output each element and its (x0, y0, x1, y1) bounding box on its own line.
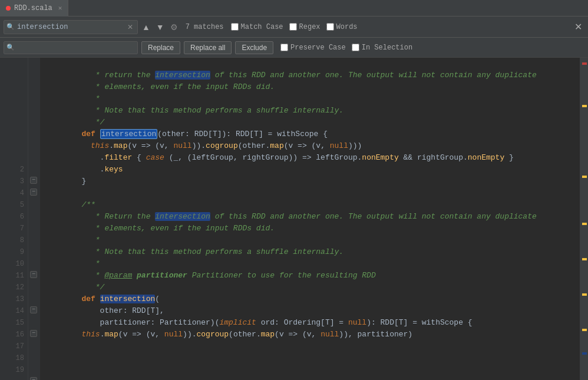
preserve-case-checkbox[interactable] (280, 44, 288, 51)
match-case-checkbox[interactable] (231, 23, 239, 31)
fold-icon-6[interactable]: − (30, 376, 37, 380)
code-line: */ (45, 105, 580, 117)
code-line: * (45, 246, 580, 258)
fold-icon-4[interactable]: − (30, 305, 37, 314)
search-input-wrapper: 🔍 ✕ (4, 20, 138, 34)
preserve-case-option[interactable]: Preserve Case (280, 44, 346, 52)
search-options: Match Case Regex Words (231, 23, 358, 31)
exclude-button[interactable]: Exclude (235, 41, 273, 54)
code-line: */ (45, 270, 580, 282)
replace-input-wrapper: 🔍 (4, 41, 138, 54)
close-search-button[interactable]: ✕ (572, 21, 584, 32)
search-bar: 🔍 ✕ ▲ ▼ ⚙ 7 matches Match Case Regex Wor… (0, 16, 588, 38)
line-numbers: 2 3 4 5 6 7 8 9 10 11 12 13 14 15 16 17 … (0, 58, 28, 380)
fold-icon-5[interactable]: − (30, 329, 37, 338)
clear-search-button[interactable]: ✕ (125, 22, 135, 32)
code-line: * (45, 81, 580, 93)
code-line: * elements, even if the input RDDs did. (45, 211, 580, 223)
in-selection-option[interactable]: In Selection (352, 44, 412, 52)
replace-options: Preserve Case In Selection (280, 44, 412, 52)
code-line: .keys (45, 152, 580, 164)
warning-marker-5 (582, 293, 587, 296)
replace-input[interactable] (17, 44, 135, 52)
tab-bar: RDD.scala ✕ (0, 0, 588, 16)
code-line: } (45, 164, 580, 176)
warning-marker-4 (582, 258, 587, 260)
code-line: * Note that this method performs a shuff… (45, 234, 580, 246)
replace-search-icon: 🔍 (6, 44, 15, 51)
tab-filename: RDD.scala (14, 4, 52, 12)
words-option[interactable]: Words (326, 23, 358, 31)
regex-checkbox[interactable] (289, 23, 297, 31)
replace-button[interactable]: Replace (141, 41, 180, 54)
settings-button[interactable]: ⚙ (169, 22, 180, 32)
match-case-option[interactable]: Match Case (231, 23, 283, 31)
code-line: * Return the intersection of this RDD an… (45, 199, 580, 211)
search-marker-1 (582, 352, 587, 355)
code-area[interactable]: * return the intersection of this RDD an… (40, 58, 580, 380)
warning-marker-2 (582, 176, 587, 178)
replace-all-button[interactable]: Replace all (184, 41, 232, 54)
code-line: def intersection( (45, 282, 580, 293)
code-line: * Note that this method performs a shuff… (45, 93, 580, 105)
code-line (45, 176, 580, 187)
warning-marker-6 (582, 329, 587, 331)
error-marker (582, 62, 587, 65)
fold-icon-2[interactable]: − (30, 187, 37, 196)
code-line: * return the intersection of this RDD an… (45, 58, 580, 70)
regex-option[interactable]: Regex (289, 23, 321, 31)
next-match-button[interactable]: ▼ (154, 22, 166, 32)
replace-bar: 🔍 Replace Replace all Exclude Preserve C… (0, 38, 588, 58)
code-line: def intersection(other: RDD[T]): RDD[T] … (45, 117, 580, 128)
search-small-icon: 🔍 (6, 23, 15, 31)
fold-icon-3[interactable]: − (30, 270, 37, 279)
prev-match-button[interactable]: ▲ (140, 22, 152, 32)
right-scrollbar[interactable] (580, 58, 588, 380)
tab-dot (6, 6, 11, 11)
code-line: partitioner: Partitioner)(implicit ord: … (45, 305, 580, 317)
fold-gutter: − − − − − − (28, 58, 40, 380)
code-line: this.map(v => (v, null)).cogroup(other.m… (45, 128, 580, 140)
editor: 2 3 4 5 6 7 8 9 10 11 12 13 14 15 16 17 … (0, 58, 588, 380)
warning-marker-3 (582, 223, 587, 225)
words-checkbox[interactable] (326, 23, 334, 31)
code-line: * (45, 223, 580, 234)
warning-marker-1 (582, 105, 587, 107)
file-tab[interactable]: RDD.scala ✕ (0, 0, 68, 16)
in-selection-checkbox[interactable] (352, 44, 359, 51)
code-line: /** (45, 187, 580, 199)
code-line: .filter { case (_, (leftGroup, rightGrou… (45, 140, 580, 152)
code-line: * @param partitioner Partitioner to use … (45, 258, 580, 270)
code-line: this.map(v => (v, null)).cogroup(other.m… (45, 317, 580, 329)
tab-close-icon[interactable]: ✕ (58, 4, 62, 12)
match-count: 7 matches (186, 23, 224, 31)
fold-icon-1[interactable]: − (30, 176, 37, 184)
search-input[interactable] (17, 23, 123, 31)
code-line: * elements, even if the input RDDs did. (45, 70, 580, 81)
code-line: other: RDD[T], (45, 293, 580, 305)
